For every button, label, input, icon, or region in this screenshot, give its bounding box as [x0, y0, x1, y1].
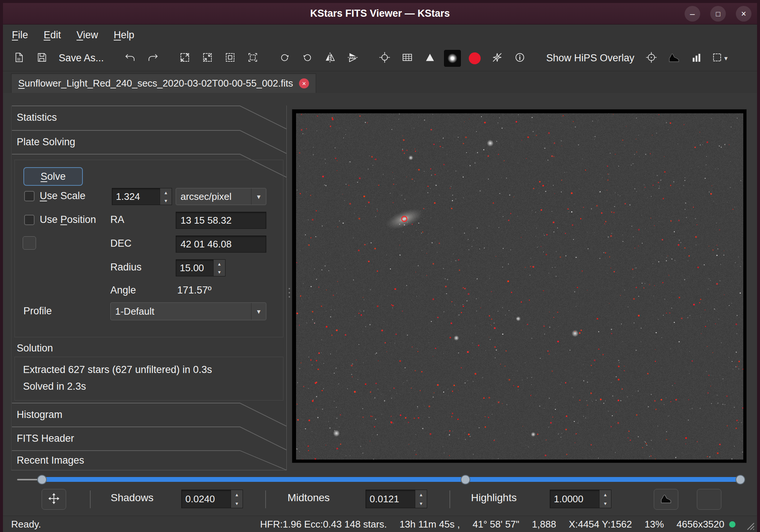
fits-document-tab[interactable]: Sunflower_Light_Red_240_secs_2020-03-02T… — [11, 74, 316, 93]
spin-up-button[interactable]: ▴ — [214, 260, 225, 268]
flip-horizontal-button[interactable] — [321, 49, 340, 68]
status-ready: Ready. — [11, 518, 41, 530]
use-position-checkbox[interactable] — [24, 215, 35, 225]
undo-icon — [124, 52, 136, 65]
shadows-value[interactable]: 0.0240 — [182, 490, 231, 508]
profile-dropdown[interactable]: 1-Default ▾ — [110, 302, 266, 320]
scale-value[interactable]: 1.324 — [112, 188, 160, 205]
tab-histogram-label: Histogram — [17, 409, 62, 421]
flip-vertical-button[interactable] — [344, 49, 362, 68]
use-scale-checkbox[interactable] — [24, 191, 35, 201]
spin-down-button[interactable]: ▾ — [600, 499, 611, 508]
crop-selection-icon — [224, 52, 236, 65]
ra-value: 13 15 58.32 — [181, 215, 231, 226]
dec-field[interactable]: 42 01 46.08 — [176, 236, 266, 253]
shadows-spinbox[interactable]: 0.0240 ▴▾ — [181, 490, 243, 508]
undo-button[interactable] — [121, 49, 140, 68]
menu-file[interactable]: File — [6, 27, 34, 43]
ra-field[interactable]: 13 15 58.32 — [176, 212, 266, 229]
toggle-stretch-button[interactable] — [697, 489, 721, 510]
menu-edit[interactable]: Edit — [38, 27, 67, 43]
maximize-button[interactable]: □ — [710, 6, 726, 22]
toggle-stars-button[interactable] — [488, 49, 507, 68]
spin-up-button[interactable]: ▴ — [415, 490, 427, 499]
menu-help[interactable]: Help — [108, 27, 140, 43]
resize-grip[interactable] — [744, 519, 755, 531]
selection-statistics-button[interactable]: ▾ — [710, 49, 729, 68]
auto-stretch-button[interactable] — [654, 489, 678, 510]
radius-value[interactable]: 15.00 — [176, 260, 213, 276]
spin-up-button[interactable]: ▴ — [160, 188, 172, 197]
solve-button[interactable]: Solve — [23, 167, 83, 186]
window-body: KStars FITS Viewer — KStars – □ × File E… — [3, 3, 757, 529]
info-button[interactable] — [511, 49, 529, 68]
sync-position-button[interactable] — [23, 236, 36, 250]
tab-statistics[interactable]: Statistics — [12, 106, 287, 129]
zoom-shrink-button[interactable] — [198, 49, 217, 68]
highlights-value[interactable]: 1.0000 — [550, 490, 599, 508]
solution-title: Solution — [17, 343, 53, 354]
angle-value: 171.57º — [177, 285, 211, 296]
scale-units-dropdown[interactable]: arcsec/pixel ▾ — [176, 188, 266, 205]
highlights-handle[interactable] — [735, 475, 745, 484]
redo-button[interactable] — [144, 49, 162, 68]
histogram-toolbar-button[interactable] — [665, 49, 683, 68]
slider-track-filled[interactable] — [39, 477, 741, 482]
scale-spin-buttons: ▴▾ — [160, 188, 172, 205]
grid-button[interactable] — [398, 49, 417, 68]
rotate-ccw-button[interactable] — [276, 49, 294, 68]
spin-up-button[interactable]: ▴ — [600, 490, 611, 499]
open-file-button[interactable] — [10, 49, 28, 68]
save-button[interactable] — [32, 49, 51, 68]
crop-button[interactable] — [221, 49, 240, 68]
minimize-button[interactable]: – — [685, 6, 700, 22]
image-view[interactable] — [292, 109, 747, 463]
selection-corners-icon — [247, 52, 259, 65]
rotate-cw-icon — [302, 52, 313, 65]
spin-down-button[interactable]: ▾ — [415, 499, 427, 508]
midtones-spinbox[interactable]: 0.0121 ▴▾ — [366, 490, 427, 508]
shadows-handle[interactable] — [37, 475, 47, 484]
midtones-value[interactable]: 0.0121 — [366, 490, 415, 508]
toolbar: Save As... Show HiPS Overlay ▾ — [3, 45, 757, 71]
tab-plate-solving[interactable]: Plate Solving — [12, 130, 287, 154]
scale-spinbox[interactable]: 1.324 ▴▾ — [112, 188, 172, 205]
flip-vertical-icon — [347, 52, 358, 65]
document-tabbar: Sunflower_Light_Red_240_secs_2020-03-02T… — [3, 71, 757, 93]
panel-splitter[interactable] — [288, 278, 291, 308]
separator — [265, 490, 266, 508]
save-icon — [36, 52, 48, 65]
stretch-slider[interactable] — [3, 473, 757, 487]
radius-spinbox[interactable]: 15.00 ▴▾ — [176, 259, 225, 276]
center-telescope-button[interactable] — [642, 49, 661, 68]
tab-recent-images[interactable]: Recent Images — [12, 450, 287, 470]
star-profile-toggle[interactable] — [444, 49, 461, 67]
menu-view[interactable]: View — [71, 27, 104, 43]
tab-close-button[interactable]: × — [299, 78, 309, 88]
selection-button[interactable] — [244, 49, 262, 68]
tab-filename: Sunflower_Light_Red_240_secs_2020-03-02T… — [18, 78, 293, 89]
detect-stars-button[interactable] — [421, 49, 439, 68]
close-button[interactable]: × — [736, 6, 751, 22]
mark-stars-button[interactable] — [465, 49, 484, 68]
spin-down-button[interactable]: ▾ — [214, 268, 225, 276]
move-arrows-icon — [48, 492, 60, 506]
spin-down-button[interactable]: ▾ — [160, 197, 172, 205]
statistics-toolbar-button[interactable] — [688, 49, 706, 68]
rotate-cw-button[interactable] — [298, 49, 317, 68]
status-pixel-value: 1,888 — [532, 518, 556, 530]
spin-down-button[interactable]: ▾ — [231, 499, 243, 508]
tab-fits-header[interactable]: FITS Header — [12, 426, 287, 450]
pan-mode-button[interactable] — [42, 489, 66, 510]
highlights-spinbox[interactable]: 1.0000 ▴▾ — [550, 490, 611, 508]
zoom-fit-button[interactable] — [176, 49, 194, 68]
starfield-canvas[interactable] — [296, 113, 743, 460]
tab-histogram[interactable]: Histogram — [12, 403, 287, 426]
show-hips-overlay-button[interactable]: Show HiPS Overlay — [543, 49, 638, 68]
midtones-label: Midtones — [288, 492, 330, 504]
save-as-button[interactable]: Save As... — [55, 49, 108, 68]
crosshair-button[interactable] — [376, 49, 394, 68]
midtones-handle[interactable] — [461, 475, 470, 484]
spin-up-button[interactable]: ▴ — [231, 490, 243, 499]
profile-label: Profile — [23, 305, 52, 317]
